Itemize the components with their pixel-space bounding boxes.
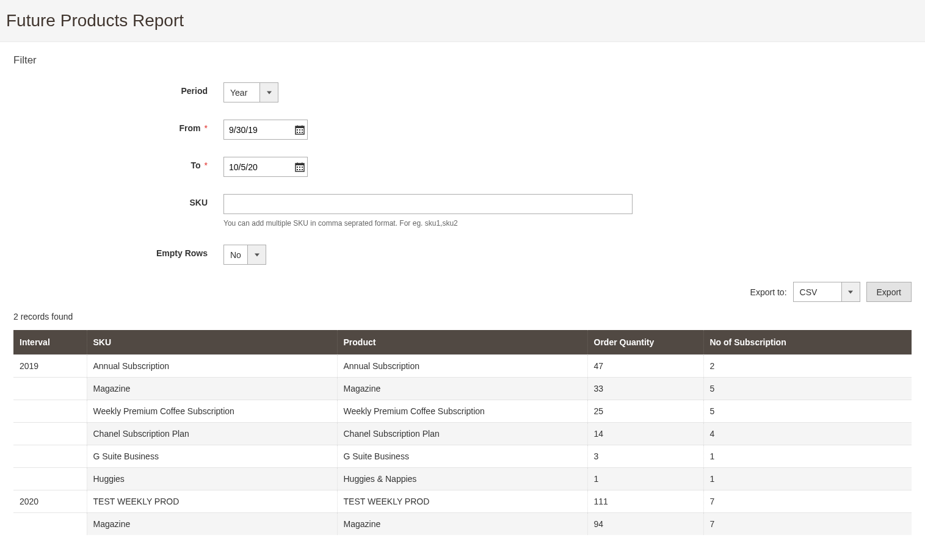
cell-interval bbox=[13, 445, 87, 468]
cell-interval bbox=[13, 423, 87, 445]
cell-no-of-subscription: 7 bbox=[703, 490, 912, 513]
records-found-text: 2 records found bbox=[13, 312, 912, 321]
page-header: Future Products Report bbox=[0, 0, 925, 42]
svg-rect-15 bbox=[299, 167, 300, 168]
cell-no-of-subscription: 7 bbox=[703, 513, 912, 536]
svg-rect-18 bbox=[299, 169, 300, 170]
empty-rows-label: Empty Rows bbox=[13, 245, 223, 258]
svg-rect-6 bbox=[302, 129, 303, 131]
cell-order-quantity: 111 bbox=[587, 490, 703, 513]
export-button[interactable]: Export bbox=[866, 282, 912, 302]
cell-sku: TEST WEEKLY PROD bbox=[87, 490, 337, 513]
th-sku[interactable]: SKU bbox=[87, 330, 337, 355]
from-label: From* bbox=[13, 120, 223, 133]
cell-no-of-subscription: 5 bbox=[703, 400, 912, 423]
to-date-picker-button[interactable] bbox=[292, 157, 307, 176]
table-row: MagazineMagazine947 bbox=[13, 513, 912, 536]
cell-no-of-subscription: 5 bbox=[703, 378, 912, 400]
table-row: G Suite BusinessG Suite Business31 bbox=[13, 445, 912, 468]
cell-no-of-subscription: 1 bbox=[703, 445, 912, 468]
from-date-picker-button[interactable] bbox=[292, 120, 307, 139]
cell-sku: Annual Subscription bbox=[87, 355, 337, 378]
sku-input[interactable] bbox=[223, 194, 633, 214]
cell-order-quantity: 1 bbox=[587, 468, 703, 490]
table-row: Weekly Premium Coffee SubscriptionWeekly… bbox=[13, 400, 912, 423]
calendar-icon bbox=[295, 125, 305, 135]
cell-product: TEST WEEKLY PROD bbox=[337, 490, 587, 513]
page-title: Future Products Report bbox=[6, 11, 919, 31]
chevron-down-icon bbox=[848, 290, 853, 294]
svg-rect-17 bbox=[297, 169, 298, 170]
cell-product: Magazine bbox=[337, 378, 587, 400]
cell-interval: 2019 bbox=[13, 355, 87, 378]
required-star-icon: * bbox=[205, 160, 208, 170]
cell-product: Annual Subscription bbox=[337, 355, 587, 378]
cell-no-of-subscription: 4 bbox=[703, 423, 912, 445]
cell-product: Huggies & Nappies bbox=[337, 468, 587, 490]
th-interval[interactable]: Interval bbox=[13, 330, 87, 355]
cell-sku: Magazine bbox=[87, 513, 337, 536]
table-row: 2020TEST WEEKLY PRODTEST WEEKLY PROD1117 bbox=[13, 490, 912, 513]
svg-rect-13 bbox=[302, 162, 303, 164]
cell-interval: 2020 bbox=[13, 490, 87, 513]
chevron-down-icon bbox=[267, 91, 272, 95]
period-select-toggle[interactable] bbox=[260, 82, 278, 102]
to-date-input[interactable] bbox=[224, 157, 292, 176]
svg-rect-14 bbox=[297, 167, 298, 168]
svg-rect-1 bbox=[296, 126, 304, 128]
period-label: Period bbox=[13, 82, 223, 96]
cell-product: Chanel Subscription Plan bbox=[337, 423, 587, 445]
report-table: Interval SKU Product Order Quantity No o… bbox=[13, 330, 912, 535]
svg-rect-12 bbox=[297, 162, 299, 164]
table-row: HuggiesHuggies & Nappies11 bbox=[13, 468, 912, 490]
cell-order-quantity: 25 bbox=[587, 400, 703, 423]
chevron-down-icon bbox=[255, 253, 259, 257]
cell-order-quantity: 47 bbox=[587, 355, 703, 378]
svg-rect-7 bbox=[297, 132, 298, 133]
svg-rect-9 bbox=[302, 132, 303, 133]
empty-rows-select-toggle[interactable] bbox=[248, 245, 266, 265]
cell-order-quantity: 3 bbox=[587, 445, 703, 468]
cell-sku: Chanel Subscription Plan bbox=[87, 423, 337, 445]
svg-rect-8 bbox=[299, 132, 300, 133]
export-format-select[interactable]: CSV bbox=[793, 282, 842, 302]
calendar-icon bbox=[295, 162, 305, 172]
cell-order-quantity: 94 bbox=[587, 513, 703, 536]
cell-interval bbox=[13, 513, 87, 536]
from-date-input[interactable] bbox=[224, 120, 292, 139]
cell-order-quantity: 33 bbox=[587, 378, 703, 400]
cell-sku: Huggies bbox=[87, 468, 337, 490]
sku-label: SKU bbox=[13, 194, 223, 207]
svg-rect-2 bbox=[297, 125, 299, 127]
th-qty[interactable]: Order Quantity bbox=[587, 330, 703, 355]
th-product[interactable]: Product bbox=[337, 330, 587, 355]
svg-rect-3 bbox=[302, 125, 303, 127]
svg-rect-16 bbox=[302, 167, 303, 168]
export-format-toggle[interactable] bbox=[842, 282, 860, 302]
svg-rect-4 bbox=[297, 129, 298, 131]
period-select[interactable]: Year bbox=[223, 82, 260, 102]
svg-rect-11 bbox=[296, 163, 304, 165]
empty-rows-select[interactable]: No bbox=[223, 245, 248, 265]
cell-product: Magazine bbox=[337, 513, 587, 536]
cell-sku: G Suite Business bbox=[87, 445, 337, 468]
svg-rect-5 bbox=[299, 129, 300, 131]
cell-interval bbox=[13, 378, 87, 400]
filter-section-title: Filter bbox=[13, 54, 912, 66]
th-subs[interactable]: No of Subscription bbox=[703, 330, 912, 355]
cell-order-quantity: 14 bbox=[587, 423, 703, 445]
svg-rect-19 bbox=[302, 169, 303, 170]
cell-sku: Weekly Premium Coffee Subscription bbox=[87, 400, 337, 423]
cell-interval bbox=[13, 400, 87, 423]
cell-product: G Suite Business bbox=[337, 445, 587, 468]
cell-no-of-subscription: 2 bbox=[703, 355, 912, 378]
sku-helper-text: You can add multiple SKU in comma seprat… bbox=[223, 219, 633, 228]
cell-no-of-subscription: 1 bbox=[703, 468, 912, 490]
table-row: MagazineMagazine335 bbox=[13, 378, 912, 400]
cell-sku: Magazine bbox=[87, 378, 337, 400]
table-row: 2019Annual SubscriptionAnnual Subscripti… bbox=[13, 355, 912, 378]
export-to-label: Export to: bbox=[750, 287, 787, 297]
cell-interval bbox=[13, 468, 87, 490]
table-row: Chanel Subscription PlanChanel Subscript… bbox=[13, 423, 912, 445]
to-label: To* bbox=[13, 157, 223, 170]
